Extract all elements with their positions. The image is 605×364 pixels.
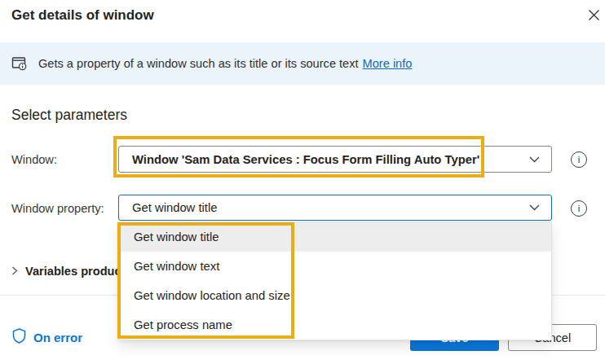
dropdown-option-get-window-location-and-size[interactable]: Get window location and size (119, 281, 551, 310)
shield-icon (11, 327, 27, 348)
window-property-combobox-value: Get window title (132, 201, 217, 214)
chevron-down-icon (529, 204, 540, 211)
window-property-field-label: Window property: (11, 202, 104, 215)
info-glyph: i (578, 155, 581, 164)
window-field-label: Window: (11, 153, 57, 166)
window-info-icon-button[interactable]: i (571, 151, 587, 168)
window-combobox-value: Window 'Sam Data Services : Focus Form F… (132, 153, 479, 166)
close-button[interactable] (582, 6, 605, 28)
get-details-of-window-dialog: Get details of window Gets a property of… (0, 0, 605, 364)
chevron-right-icon (11, 264, 18, 278)
variables-produced-expander[interactable]: Variables produced (11, 264, 135, 278)
more-info-link[interactable]: More info (363, 57, 413, 70)
window-property-dropdown-list: Get window title Get window text Get win… (118, 221, 552, 340)
on-error-label: On error (33, 331, 82, 344)
description-banner: Gets a property of a window such as its … (0, 42, 605, 85)
window-combobox[interactable]: Window 'Sam Data Services : Focus Form F… (118, 146, 552, 173)
description-text: Gets a property of a window such as its … (38, 57, 359, 70)
window-property-info-icon-button[interactable]: i (571, 200, 587, 217)
chevron-down-icon (529, 156, 540, 163)
select-parameters-heading: Select parameters (11, 107, 127, 124)
dropdown-option-get-window-text[interactable]: Get window text (119, 252, 551, 281)
dropdown-option-get-process-name[interactable]: Get process name (119, 310, 551, 340)
close-icon (588, 9, 600, 24)
info-glyph: i (578, 204, 581, 213)
dropdown-option-get-window-title[interactable]: Get window title (119, 222, 551, 252)
on-error-button[interactable]: On error (11, 327, 82, 348)
window-property-combobox[interactable]: Get window title (118, 195, 552, 221)
dialog-title: Get details of window (11, 7, 154, 24)
window-info-icon (11, 55, 28, 72)
